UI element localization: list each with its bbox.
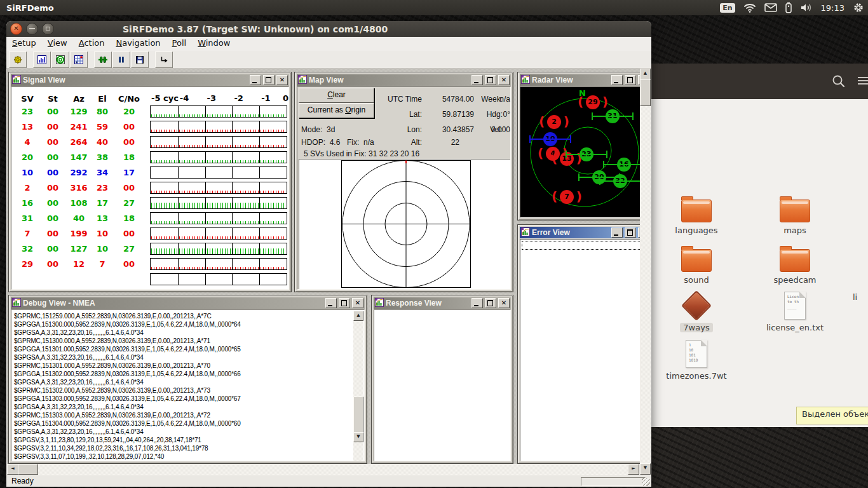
toolbar-button-radar-view[interactable] xyxy=(51,51,69,68)
battery-icon[interactable] xyxy=(785,2,792,13)
hamburger-menu-icon[interactable] xyxy=(858,75,868,86)
gear-icon[interactable] xyxy=(853,2,864,13)
maximize-button[interactable] xyxy=(625,75,636,85)
sirfdemo-window: ✕ SiRFDemo 3.87 (Target SW: Unknown) on … xyxy=(6,21,651,487)
nmea-line: $GPRMC,151303.000,A,5952.2839,N,03026.31… xyxy=(14,411,353,419)
minimize-button[interactable] xyxy=(250,75,261,85)
column-header-sv: SV xyxy=(15,94,39,104)
keyboard-indicator[interactable]: En xyxy=(720,3,735,13)
menu-view[interactable]: View xyxy=(42,37,73,49)
scroll-up-button[interactable]: ▲ xyxy=(353,311,363,321)
file-manager-toolbar xyxy=(651,64,868,100)
toolbar-button-setup[interactable] xyxy=(9,51,27,68)
hdop-label: HDOP: 4.6 xyxy=(301,138,340,147)
close-icon[interactable] xyxy=(276,75,288,85)
minimize-button[interactable] xyxy=(471,298,483,308)
mail-icon[interactable] xyxy=(764,3,777,12)
wifi-icon[interactable] xyxy=(743,3,756,13)
maxim-button[interactable] xyxy=(485,298,496,308)
file-item-timezones-7wt[interactable]: 1101011010timezones.7wt xyxy=(652,337,741,381)
current-as-origin-button[interactable]: Current as Origin xyxy=(299,103,374,118)
menu-navigation[interactable]: Navigation xyxy=(110,37,166,49)
signal-row-sv-31: 31004013185015 xyxy=(11,210,288,226)
lat-label: Lat: xyxy=(409,110,422,119)
resize-grip[interactable] xyxy=(642,478,650,486)
window-titlebar[interactable]: ✕ SiRFDemo 3.87 (Target SW: Unknown) on … xyxy=(6,21,651,37)
scroll-down-button[interactable]: ▼ xyxy=(640,463,651,475)
radar-view-window: Radar View N (29)31(2)10(4)(13)23162032(… xyxy=(517,72,651,220)
close-icon[interactable] xyxy=(498,298,510,308)
file-item-speedcam[interactable]: speedcam xyxy=(750,241,839,285)
minimize-button[interactable] xyxy=(611,75,623,85)
menu-bar: SetupViewActionNavigationPollWindow xyxy=(6,37,651,51)
nmea-line: $GPRMC,151300.000,A,5952.2839,N,03026.31… xyxy=(14,337,353,345)
error-view-title: Error View xyxy=(532,228,609,237)
toolbar-button-pause[interactable] xyxy=(112,51,130,68)
scrollbar-thumb[interactable] xyxy=(18,464,38,475)
maximize-button[interactable] xyxy=(625,227,636,238)
close-icon[interactable] xyxy=(498,75,510,85)
clock[interactable]: 19:13 xyxy=(821,3,844,13)
minimize-button[interactable] xyxy=(26,23,38,35)
file-item-languages[interactable]: languages xyxy=(652,192,741,236)
search-icon[interactable] xyxy=(830,72,848,90)
menu-poll[interactable]: Poll xyxy=(166,37,193,49)
signal-view-titlebar[interactable]: Signal View xyxy=(11,74,289,86)
toolbar-button-debug-grid[interactable] xyxy=(70,51,88,68)
scroll-left-button[interactable]: ◄ xyxy=(7,464,18,475)
signal-axis-labels: -5 cyc-4-3-2-10 xyxy=(150,93,289,104)
clear-button[interactable]: Clear xyxy=(299,88,374,103)
file-item-maps[interactable]: maps xyxy=(750,192,839,236)
nmea-log[interactable]: $GPRMC,151259.000,A,5952.2839,N,03026.31… xyxy=(12,311,353,461)
file-item-li[interactable]: li xyxy=(846,289,868,302)
mdi-horizontal-scrollbar[interactable]: ◄ ► xyxy=(7,464,639,475)
close-button[interactable]: ✕ xyxy=(10,23,22,35)
scroll-right-button[interactable]: ► xyxy=(628,464,639,475)
minimize-button[interactable] xyxy=(611,227,623,238)
scrollbar-thumb[interactable] xyxy=(353,396,363,433)
minimize-button[interactable] xyxy=(325,298,337,308)
file-manager-window: languagesmapssoundspeedcam7waysLicento t… xyxy=(651,15,868,488)
maximize-button[interactable] xyxy=(42,23,54,35)
scrollbar-thumb[interactable] xyxy=(640,79,651,106)
error-view-titlebar[interactable]: Error View xyxy=(520,227,651,238)
hdg-value: 0° xyxy=(503,110,510,119)
menu-setup[interactable]: Setup xyxy=(6,37,42,49)
toolbar-button-save[interactable] xyxy=(131,51,149,68)
map-view-titlebar[interactable]: Map View xyxy=(297,74,511,86)
debug-view-content[interactable]: $GPRMC,151259.000,A,5952.2839,N,03026.31… xyxy=(11,309,365,461)
sound-icon[interactable] xyxy=(800,3,813,13)
mdi-vertical-scrollbar[interactable]: ▲ ▼ xyxy=(640,69,651,475)
file-item-sound[interactable]: sound xyxy=(652,241,741,285)
maximize-button[interactable] xyxy=(485,75,496,85)
radar-view-titlebar[interactable]: Radar View xyxy=(520,74,651,86)
response-view-titlebar[interactable]: Response View xyxy=(374,297,511,309)
response-view-window: Response View xyxy=(371,295,513,464)
minimize-button[interactable] xyxy=(471,75,483,85)
toolbar-button-resume[interactable] xyxy=(155,51,173,68)
debug-view-window: Debug View - NMEA $GPRMC,151259.000,A,59… xyxy=(8,295,367,464)
file-item-7ways[interactable]: 7ways xyxy=(652,289,741,333)
top-panel: SiRFDemo En 19:13 xyxy=(0,0,868,15)
chart-window-icon xyxy=(298,74,307,86)
scroll-up-button[interactable]: ▲ xyxy=(640,69,651,80)
debug-vertical-scrollbar[interactable]: ▲ ▼ xyxy=(353,311,363,461)
nmea-line: $GPGSA,A,3,31,32,23,20,16,,,,,,,,6.1,4.6… xyxy=(14,329,353,337)
close-icon[interactable] xyxy=(352,298,363,308)
toolbar-button-signal-view[interactable] xyxy=(33,51,51,68)
signal-row-sv-20: 200014738185015 xyxy=(11,149,288,165)
error-view-window: Error View xyxy=(517,224,651,464)
maximize-button[interactable] xyxy=(339,298,350,308)
debug-view-titlebar[interactable]: Debug View - NMEA xyxy=(11,297,365,309)
menu-window[interactable]: Window xyxy=(192,37,236,49)
selection-status-tooltip: Выделен объек xyxy=(796,407,868,424)
alt-label: Alt: xyxy=(411,138,422,147)
toolbar-button-connect[interactable] xyxy=(94,51,112,68)
scroll-down-button[interactable]: ▼ xyxy=(353,432,363,442)
maximize-button[interactable] xyxy=(263,75,275,85)
error-view-content[interactable] xyxy=(520,239,651,461)
file-item-license-en-txt[interactable]: Licento th____license_en.txt xyxy=(750,289,839,333)
menu-action[interactable]: Action xyxy=(73,37,111,49)
chart-window-icon xyxy=(375,297,384,309)
response-view-content[interactable] xyxy=(374,309,511,461)
